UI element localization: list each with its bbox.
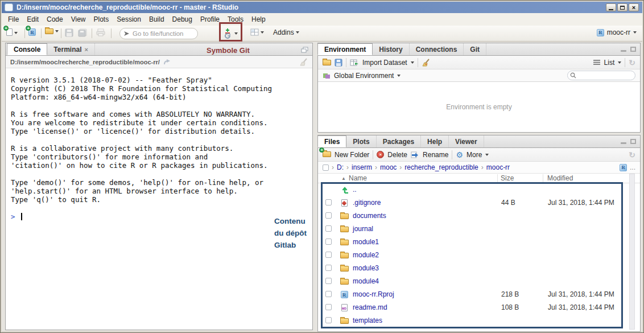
file-link[interactable]: module4 bbox=[353, 277, 379, 285]
file-checkbox[interactable] bbox=[325, 239, 332, 245]
open-file-button[interactable] bbox=[45, 28, 59, 34]
project-selector[interactable]: mooc-rr bbox=[597, 28, 637, 36]
file-checkbox[interactable] bbox=[325, 291, 332, 297]
rename-button[interactable]: Rename bbox=[423, 151, 448, 159]
menu-build[interactable]: Build bbox=[145, 14, 168, 25]
maximize-pane-icon[interactable] bbox=[630, 139, 636, 144]
file-link[interactable]: mooc-rr.Rproj bbox=[353, 290, 394, 298]
minimize-pane-icon[interactable] bbox=[621, 142, 626, 144]
environment-search-input[interactable] bbox=[567, 71, 635, 80]
menu-view[interactable]: View bbox=[67, 14, 90, 25]
column-header-modified[interactable]: Modified bbox=[547, 174, 573, 182]
file-row[interactable]: .gitignore 44 B Jul 31, 2018, 1:44 PM bbox=[318, 196, 640, 209]
file-link[interactable]: journal bbox=[353, 225, 373, 233]
tab-environment[interactable]: Environment bbox=[317, 43, 373, 55]
select-all-checkbox[interactable] bbox=[323, 165, 329, 171]
goto-file-input[interactable] bbox=[119, 28, 198, 39]
column-header-size[interactable]: Size bbox=[501, 174, 514, 182]
refresh-files-icon[interactable]: ↻ bbox=[629, 150, 635, 159]
project-root-icon[interactable] bbox=[620, 164, 627, 171]
tab-viewer[interactable]: Viewer bbox=[449, 135, 484, 147]
addins-button[interactable]: Addins bbox=[273, 28, 299, 36]
tab-packages[interactable]: Packages bbox=[377, 135, 421, 147]
file-row[interactable]: module2 bbox=[318, 249, 640, 262]
breadcrumb-drive[interactable]: D: bbox=[337, 163, 344, 171]
clear-environment-icon[interactable] bbox=[422, 59, 430, 67]
file-link[interactable]: module2 bbox=[353, 251, 379, 259]
file-row[interactable]: templates bbox=[318, 314, 640, 327]
clear-console-icon[interactable] bbox=[299, 58, 308, 66]
file-link[interactable]: module1 bbox=[353, 238, 379, 246]
refresh-environment-icon[interactable]: ↻ bbox=[629, 58, 635, 67]
load-workspace-icon[interactable] bbox=[323, 60, 331, 65]
import-dataset-button[interactable]: Import Dataset bbox=[362, 59, 407, 67]
new-project-button[interactable] bbox=[28, 28, 36, 36]
sort-ascending-icon[interactable]: ▲ bbox=[341, 176, 346, 181]
environment-scope-selector[interactable]: Global Environment bbox=[334, 72, 394, 80]
tab-console[interactable]: Console bbox=[7, 43, 47, 55]
file-link[interactable]: module3 bbox=[353, 264, 379, 272]
list-view-button[interactable]: List bbox=[604, 59, 615, 67]
delete-button[interactable]: Delete bbox=[387, 151, 407, 159]
console-output-area[interactable]: R version 3.5.1 (2018-07-02) -- "Feather… bbox=[6, 69, 312, 330]
file-row[interactable]: journal bbox=[318, 223, 640, 236]
file-row[interactable]: module1 bbox=[318, 236, 640, 249]
close-button[interactable]: × bbox=[629, 3, 639, 11]
file-checkbox[interactable] bbox=[325, 265, 332, 271]
tab-files[interactable]: Files bbox=[317, 135, 346, 147]
new-file-button[interactable] bbox=[6, 28, 18, 38]
file-checkbox[interactable] bbox=[325, 304, 332, 310]
workspace-panes-button[interactable] bbox=[250, 28, 264, 36]
menu-file[interactable]: File bbox=[4, 14, 23, 25]
tab-terminal[interactable]: Terminal × bbox=[47, 43, 95, 55]
close-terminal-icon[interactable]: × bbox=[84, 46, 88, 53]
file-checkbox[interactable] bbox=[325, 212, 332, 219]
breadcrumb-recherche[interactable]: recherche_reproductible bbox=[404, 163, 478, 171]
tab-connections[interactable]: Connections bbox=[410, 43, 464, 55]
file-link[interactable]: .. bbox=[353, 186, 357, 194]
file-row-parent[interactable]: .. bbox=[318, 183, 640, 196]
save-workspace-icon[interactable] bbox=[335, 59, 342, 67]
tab-plots[interactable]: Plots bbox=[346, 135, 376, 147]
print-button[interactable] bbox=[96, 28, 105, 36]
menu-session[interactable]: Session bbox=[113, 14, 145, 25]
save-all-button[interactable] bbox=[78, 28, 87, 37]
menu-debug[interactable]: Debug bbox=[168, 14, 196, 25]
file-checkbox[interactable] bbox=[325, 317, 332, 323]
file-link[interactable]: readme.md bbox=[353, 303, 387, 311]
save-button[interactable] bbox=[65, 28, 73, 37]
file-row[interactable]: module3 bbox=[318, 262, 640, 275]
file-checkbox[interactable] bbox=[325, 199, 332, 205]
file-row[interactable]: module4 bbox=[318, 275, 640, 288]
menu-profile[interactable]: Profile bbox=[196, 14, 224, 25]
file-link[interactable]: templates bbox=[353, 316, 382, 324]
file-link[interactable]: documents bbox=[353, 212, 386, 220]
file-row[interactable]: documents bbox=[318, 209, 640, 223]
restore-pane-icon[interactable] bbox=[301, 47, 308, 53]
menu-plots[interactable]: Plots bbox=[90, 14, 113, 25]
file-row[interactable]: mooc-rr.Rproj 218 B Jul 31, 2018, 1:44 P… bbox=[318, 288, 640, 301]
git-commit-button[interactable] bbox=[224, 28, 238, 39]
file-checkbox[interactable] bbox=[325, 225, 332, 232]
tab-git[interactable]: Git bbox=[464, 43, 486, 55]
minimize-pane-icon[interactable] bbox=[621, 50, 626, 52]
column-header-name[interactable]: Name bbox=[349, 174, 367, 182]
file-checkbox[interactable] bbox=[325, 252, 332, 258]
menu-code[interactable]: Code bbox=[43, 14, 67, 25]
files-scrollbar[interactable] bbox=[629, 174, 635, 330]
breadcrumb-inserm[interactable]: inserm bbox=[352, 163, 372, 171]
menu-help[interactable]: Help bbox=[247, 14, 270, 25]
maximize-pane-icon[interactable] bbox=[630, 47, 636, 52]
breadcrumb-mooc-rr[interactable]: mooc-rr bbox=[486, 163, 510, 171]
file-checkbox[interactable] bbox=[325, 278, 332, 284]
breadcrumb-overflow[interactable]: ... bbox=[630, 163, 635, 171]
tab-help[interactable]: Help bbox=[421, 135, 449, 147]
breadcrumb-mooc[interactable]: mooc bbox=[380, 163, 397, 171]
menu-edit[interactable]: Edit bbox=[23, 14, 43, 25]
minimize-button[interactable] bbox=[606, 3, 616, 11]
menu-tools[interactable]: Tools bbox=[224, 14, 247, 25]
goto-directory-icon[interactable] bbox=[163, 59, 171, 65]
tab-history[interactable]: History bbox=[373, 43, 409, 55]
file-row[interactable]: readme.md 108 B Jul 31, 2018, 1:44 PM bbox=[318, 301, 640, 314]
maximize-button[interactable] bbox=[617, 3, 628, 11]
